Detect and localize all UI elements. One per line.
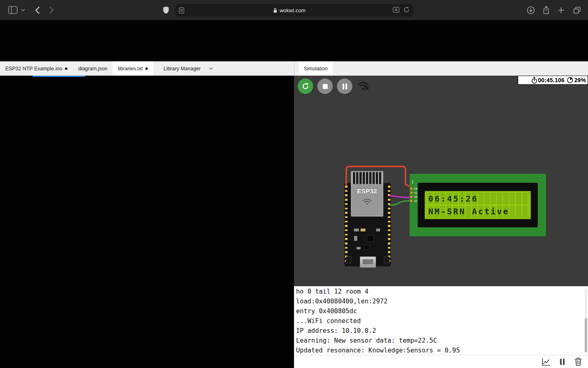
serial-scrollbar-thumb[interactable]	[585, 318, 587, 352]
serial-monitor[interactable]: ho 0 tail 12 room 4 load:0x40080400,len:…	[294, 286, 588, 355]
stop-icon	[323, 84, 328, 89]
back-button[interactable]	[35, 7, 40, 14]
elapsed-time: 00:45.106	[538, 77, 565, 83]
tab-label: libraries.txt	[118, 66, 143, 72]
restart-icon	[301, 82, 310, 90]
serial-line: entry 0x400805dc	[296, 306, 582, 316]
board-component	[376, 229, 380, 231]
speed-gauge-icon	[567, 77, 573, 83]
reader-icon[interactable]	[179, 7, 189, 13]
esp32-board[interactable]: ESP32	[344, 183, 391, 267]
editor-top-area	[0, 20, 588, 61]
tab-label: ESP32 NTP Example.ino	[5, 66, 62, 72]
simulation-canvas[interactable]: 00:45.106 29% ESP32	[294, 76, 588, 286]
tab-overview-icon[interactable]	[573, 6, 581, 14]
esp32-pin-header-left[interactable]	[345, 186, 347, 263]
unsaved-indicator-dot	[145, 67, 148, 70]
lcd-pin-scl[interactable]	[410, 200, 413, 202]
url-host: wokwi.com	[280, 7, 306, 13]
serial-line: Learning: New sensor data: temp=22.5C	[296, 336, 582, 346]
lcd-screen: 06:45:26 NM-SRN Active	[425, 191, 531, 219]
board-component	[356, 247, 361, 249]
simulation-status-bar: 00:45.106 29%	[518, 76, 588, 85]
serial-toolbar	[294, 355, 588, 368]
boot-button[interactable]	[384, 256, 390, 263]
en-button[interactable]	[346, 256, 352, 263]
tab-label: Simulation	[304, 66, 327, 72]
share-icon[interactable]	[543, 6, 550, 14]
simulation-tabbar: Simulation	[294, 61, 588, 76]
url-display: wokwi.com	[189, 7, 390, 13]
serial-line: ...WiFi connected	[296, 316, 582, 326]
lcd-pin-vcc[interactable]	[410, 191, 413, 194]
esp32-pin-header-right[interactable]	[388, 186, 390, 263]
esp32-wroom-module: ESP32	[351, 171, 383, 217]
lcd-line-2: NM-SRN Active	[428, 206, 528, 217]
wire-magenta	[390, 196, 410, 197]
tab-label: diagram.json	[78, 66, 107, 72]
pause-simulation-button[interactable]	[337, 79, 352, 94]
lcd-bezel: 06:45:26 NM-SRN Active	[418, 183, 538, 227]
lcd-line-1: 06:45:26	[428, 193, 528, 204]
simulation-pane: Simulation 00:45.106 29%	[294, 61, 588, 368]
tab-simulation[interactable]: Simulation	[298, 61, 333, 76]
downloads-icon[interactable]	[527, 6, 535, 14]
plotter-icon[interactable]	[541, 357, 551, 367]
lcd-pin-gnd[interactable]	[410, 187, 413, 190]
new-tab-icon[interactable]	[558, 7, 564, 13]
lock-icon	[273, 8, 277, 13]
editor-cursor-indicator	[33, 76, 85, 77]
wifi-off-icon[interactable]	[358, 81, 369, 92]
editor-tabbar: ESP32 NTP Example.ino diagram.json libra…	[0, 61, 294, 76]
tab-esp32-ntp-example[interactable]: ESP32 NTP Example.ino	[0, 61, 73, 76]
stop-simulation-button[interactable]	[317, 79, 333, 94]
tab-diagram-json[interactable]: diagram.json	[73, 61, 113, 76]
unsaved-indicator-dot	[65, 67, 67, 70]
lcd-pin1-label: 1	[412, 180, 414, 184]
chevron-down-icon	[209, 67, 213, 70]
translate-icon[interactable]	[393, 7, 399, 14]
pause-serial-icon[interactable]	[558, 357, 566, 366]
serial-line: IP address: 10.10.0.2	[296, 326, 582, 336]
privacy-shield-icon[interactable]	[163, 6, 169, 14]
esp32-wifi-logo-icon	[362, 197, 372, 205]
tab-label: Library Manager	[163, 66, 200, 72]
address-bar[interactable]: wokwi.com	[175, 4, 413, 17]
code-editor[interactable]	[0, 76, 294, 368]
esp32-label: ESP32	[351, 188, 383, 195]
board-component	[354, 236, 357, 241]
serial-line: ho 0 tail 12 room 4	[296, 287, 582, 296]
board-chip	[367, 235, 374, 242]
reload-icon[interactable]	[403, 7, 410, 14]
sidebar-toggle-icon[interactable]	[8, 6, 18, 14]
cpu-speed: 29%	[574, 77, 586, 83]
pause-icon	[342, 83, 347, 90]
lcd-pin-sda[interactable]	[410, 195, 413, 198]
board-chip	[364, 245, 370, 250]
tab-library-manager[interactable]: Library Manager	[158, 61, 218, 76]
editor-pane: ESP32 NTP Example.ino diagram.json libra…	[0, 61, 294, 368]
forward-button[interactable]	[49, 7, 54, 14]
wire-green	[390, 201, 410, 205]
lcd1602[interactable]: 1 GND VCC SDA SCL 06:45:26 NM-SRN Active	[410, 174, 546, 236]
tab-libraries-txt[interactable]: libraries.txt	[113, 61, 153, 76]
board-component	[354, 229, 359, 231]
browser-chrome: wokwi.com	[0, 0, 588, 20]
toolbar-chevron-down-icon[interactable]	[21, 9, 25, 11]
screen: wokwi.com	[0, 0, 588, 368]
stopwatch-icon	[531, 77, 537, 84]
usb-connector	[360, 256, 376, 268]
esp32-antenna	[352, 172, 382, 184]
serial-line: Updated resonance: Knowledge:Sensors = 0…	[296, 346, 582, 355]
serial-line: load:0x40080400,len:2972	[296, 296, 582, 306]
clear-serial-trash-icon[interactable]	[574, 357, 583, 366]
restart-simulation-button[interactable]	[298, 79, 313, 94]
board-component	[361, 229, 365, 231]
